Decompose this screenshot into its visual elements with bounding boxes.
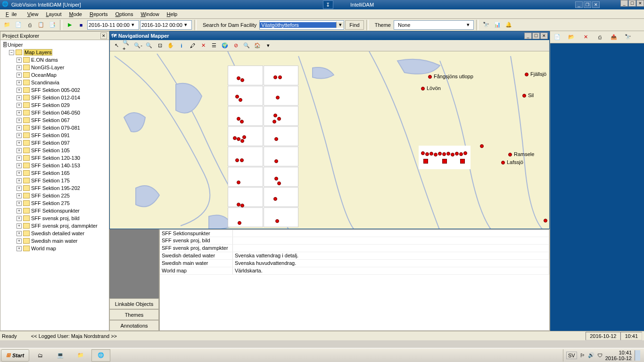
table-row[interactable]: World mapVärldskarta. [160,267,549,275]
tool-btn-1[interactable]: 📁 [2,20,12,30]
find-button[interactable]: Find [345,20,363,30]
menu-view[interactable]: View [25,10,41,18]
task-item[interactable]: 📁 [71,349,90,362]
tree[interactable]: 🗄 Uniper − Map Layers +E.ON dams+NonGIS-… [0,40,109,330]
tree-item[interactable]: +NonGIS-Layer [1,64,108,71]
tree-item[interactable]: +SFF Sektion 140-153 [1,162,108,169]
tree-item[interactable]: +SFF Sektion 175 [1,177,108,184]
tree-item[interactable]: +SFF Sektion 120-130 [1,154,108,162]
tree-item[interactable]: +SFF svensk proj, bild [1,214,108,222]
show-desktop[interactable] [635,350,640,361]
tree-item[interactable]: +E.ON dams [1,56,108,64]
expand-icon[interactable]: + [17,246,22,251]
task-item-intellidam[interactable]: 🌐 [91,349,110,362]
lang-indicator[interactable]: SV [566,352,577,359]
tray-flag-icon[interactable]: 🏳 [580,353,585,358]
export-icon[interactable]: 📤 [609,32,619,42]
anchor-icon[interactable]: ↧ [323,0,333,9]
task-item[interactable]: 🗂 [31,349,50,362]
expand-icon[interactable]: + [17,73,22,78]
expand-icon[interactable]: + [17,103,22,108]
zoom-out-icon[interactable]: 🔍- [133,41,143,51]
open-icon[interactable]: 📂 [566,32,577,42]
expand-icon[interactable]: + [17,193,22,198]
tree-item[interactable]: +SFF Sektion 091 [1,132,108,139]
bell-icon[interactable]: 🔔 [504,20,514,30]
outer-maximize-button[interactable]: ☐ [628,0,636,7]
menu-help[interactable]: Help [164,10,181,18]
project-explorer-close[interactable]: ✕ [100,33,107,39]
dam-marker[interactable] [525,73,528,76]
menu-layout[interactable]: Layout [43,10,64,18]
dam-marker[interactable] [480,144,484,148]
expand-icon[interactable]: + [17,208,22,214]
outer-close-button[interactable]: ✕ [636,0,644,7]
table-row[interactable]: Swedish detailed waterSvenska vattendrag… [160,252,549,260]
dam-marker[interactable] [508,153,512,156]
tree-item[interactable]: +SFF Sektion 195-202 [1,184,108,192]
expand-icon[interactable]: + [17,239,22,244]
expand-icon[interactable]: + [17,178,22,183]
tray-icon[interactable]: 🛡 [597,353,603,358]
tree-item[interactable]: +SFF Sektion 165 [1,169,108,177]
delete-icon[interactable]: ✕ [198,41,208,51]
home-icon[interactable]: 🏠 [252,41,263,51]
dropdown-icon[interactable]: ▾ [263,41,273,51]
play-button[interactable]: ▶ [65,20,75,30]
new-icon[interactable]: 📄 [552,32,562,42]
zoom-fit-icon[interactable]: ⊡ [155,41,165,51]
menu-mode[interactable]: Mode [66,10,85,18]
tree-root[interactable]: 🗄 Uniper [1,41,108,49]
expand-icon[interactable]: + [17,201,22,206]
expand-icon[interactable]: + [17,110,22,115]
pointer-icon[interactable]: ↖ [111,41,122,51]
date-to-input[interactable]: 2016-10-12 00:00▾ [140,20,192,30]
map-close[interactable]: ✕ [540,33,548,39]
tool-btn-2[interactable]: 📄 [13,20,24,30]
tree-item[interactable]: +SFF Sektionspunkter [1,207,108,214]
table-row[interactable]: SFF svensk proj, dammpkter [160,245,549,252]
expand-icon[interactable]: + [17,133,22,138]
tree-item[interactable]: +SFF Sektion 275 [1,199,108,207]
tree-item[interactable]: +SFF Sektion 067 [1,116,108,124]
outer-minimize-button[interactable]: _ [620,0,628,7]
tree-folder-maplayers[interactable]: − Map Layers [1,49,108,56]
expand-icon[interactable]: + [17,65,22,70]
tree-item[interactable]: +Swedish detailed water [1,230,108,237]
tool-btn-5[interactable]: 📑 [47,20,58,30]
expand-icon[interactable]: + [17,125,22,131]
expand-icon[interactable]: + [17,171,22,176]
highlight-icon[interactable]: 🖍 [187,41,198,51]
layers-icon[interactable]: ☰ [209,41,219,51]
search-combo[interactable]: Västgöthyttefors ▾ [259,20,344,30]
info-icon[interactable]: i [176,41,187,51]
themes-button[interactable]: Themes [109,309,159,320]
expand-icon[interactable]: + [17,80,22,85]
find-icon[interactable]: 🔭 [623,32,633,42]
menu-reports[interactable]: Reports [87,10,111,18]
print-icon[interactable]: ⎙ [594,32,605,42]
tree-item[interactable]: +SFF Sektion 005-002 [1,86,108,94]
tray-icon[interactable]: 🔊 [588,352,594,358]
tree-item[interactable]: +Swedish main water [1,237,108,245]
globe-icon[interactable]: 🌍 [220,41,230,51]
data-table[interactable]: SFF SektionspunkterSFF svensk proj, bild… [159,229,550,331]
tree-item[interactable]: +Scandinavia [1,79,108,86]
expand-icon[interactable]: + [17,88,22,93]
dam-marker[interactable] [522,94,526,98]
stop-button[interactable]: ■ [76,20,86,30]
tree-item[interactable]: +SFF Sektion 029 [1,101,108,109]
tool-btn-4[interactable]: 📋 [36,20,46,30]
tool-btn-3[interactable]: ⎙ [25,20,35,30]
annotations-button[interactable]: Annotations [109,320,159,331]
chevron-down-icon[interactable]: ▾ [336,22,344,28]
map-canvas[interactable]: Fångsjöns utloppLövönFjällsjöSilRamseleL… [110,51,549,229]
menu-options[interactable]: Options [113,10,136,18]
dam-marker[interactable] [501,161,505,165]
zoom-rect-icon[interactable]: 🔍 [144,41,154,51]
menu-file[interactable]: File [3,10,23,18]
expand-icon[interactable]: + [17,231,22,236]
table-row[interactable]: SFF Sektionspunkter [160,230,549,237]
date-from-input[interactable]: 2016-10-11 00:00▾ [87,20,139,30]
expand-icon[interactable]: + [17,186,22,191]
